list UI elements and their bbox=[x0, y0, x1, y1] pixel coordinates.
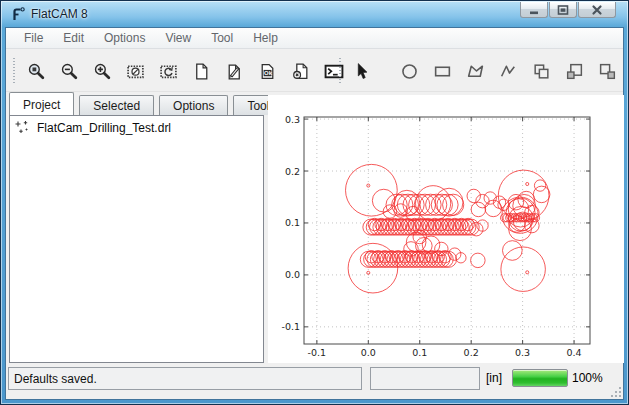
delete-object-button[interactable] bbox=[288, 56, 314, 86]
zoom-in-icon bbox=[93, 62, 112, 81]
draw-rectangle-icon bbox=[433, 62, 452, 81]
save-project-icon: Ok bbox=[258, 62, 277, 81]
svg-text:0.3: 0.3 bbox=[515, 347, 530, 358]
union-button[interactable] bbox=[529, 56, 555, 86]
flatcam-logo-icon bbox=[10, 6, 26, 22]
tree-item-label: FlatCam_Drilling_Test.drl bbox=[37, 121, 171, 135]
tab-bar: ProjectSelectedOptionsTool bbox=[9, 92, 266, 115]
replot-icon bbox=[159, 62, 178, 81]
draw-rectangle-button[interactable] bbox=[430, 56, 456, 86]
union-icon bbox=[532, 62, 551, 81]
status-aux-panel bbox=[370, 367, 480, 390]
tab-project[interactable]: Project bbox=[9, 92, 74, 115]
menu-help[interactable]: Help bbox=[243, 29, 288, 47]
zoom-out-button[interactable] bbox=[57, 56, 83, 86]
minimize-button[interactable] bbox=[520, 2, 548, 18]
save-project-button[interactable]: Ok bbox=[255, 56, 281, 86]
svg-text:0.0: 0.0 bbox=[361, 347, 376, 358]
tree-item-drill-object[interactable]: FlatCam_Drilling_Test.drl bbox=[10, 116, 263, 136]
resize-grip[interactable] bbox=[609, 385, 621, 397]
progress-percent: 100% bbox=[572, 371, 603, 385]
tab-options[interactable]: Options bbox=[159, 95, 228, 115]
intersection-icon bbox=[565, 62, 584, 81]
svg-text:0.1: 0.1 bbox=[285, 217, 300, 228]
app-window: FlatCAM 8 FileEditOptionsViewToolHelp bbox=[0, 0, 629, 405]
draw-path-button[interactable] bbox=[496, 56, 522, 86]
zoom-in-button[interactable] bbox=[90, 56, 116, 86]
maximize-button[interactable] bbox=[549, 2, 577, 18]
progress-bar bbox=[512, 369, 568, 387]
clear-plot-button[interactable] bbox=[123, 56, 149, 86]
geometry-toolbar-drag-handle[interactable] bbox=[338, 58, 342, 84]
pointer-icon bbox=[353, 62, 372, 81]
zoom-fit-icon bbox=[27, 62, 46, 81]
svg-text:0.4: 0.4 bbox=[566, 347, 581, 358]
new-project-icon bbox=[192, 62, 211, 81]
open-project-button[interactable] bbox=[222, 56, 248, 86]
new-project-button[interactable] bbox=[189, 56, 215, 86]
pointer-tool-button[interactable] bbox=[350, 56, 376, 86]
subtract-button[interactable] bbox=[595, 56, 621, 86]
tab-selected[interactable]: Selected bbox=[79, 95, 154, 115]
svg-text:0.1: 0.1 bbox=[412, 347, 427, 358]
draw-circle-icon bbox=[400, 62, 419, 81]
toolbar: Ok bbox=[6, 50, 623, 92]
clear-plot-icon bbox=[126, 62, 145, 81]
draw-path-icon bbox=[499, 62, 518, 81]
zoom-out-icon bbox=[60, 62, 79, 81]
plot-panel[interactable]: -0.10.00.10.20.30.4-0.10.00.10.20.3 bbox=[268, 95, 624, 363]
svg-text:Ok: Ok bbox=[264, 70, 273, 76]
menu-view[interactable]: View bbox=[155, 29, 201, 47]
draw-circle-button[interactable] bbox=[397, 56, 423, 86]
units-indicator: [in] bbox=[486, 371, 502, 385]
menu-tool[interactable]: Tool bbox=[201, 29, 243, 47]
window-title: FlatCAM 8 bbox=[31, 7, 88, 21]
subtract-icon bbox=[598, 62, 617, 81]
drill-plot[interactable]: -0.10.00.10.20.30.4-0.10.00.10.20.3 bbox=[268, 95, 624, 368]
status-message: Defaults saved. bbox=[14, 372, 97, 386]
menu-edit[interactable]: Edit bbox=[53, 29, 94, 47]
svg-text:0.0: 0.0 bbox=[285, 269, 300, 280]
svg-text:-0.1: -0.1 bbox=[308, 347, 327, 358]
project-tree-panel[interactable]: FlatCam_Drilling_Test.drl bbox=[9, 115, 264, 363]
zoom-fit-button[interactable] bbox=[24, 56, 50, 86]
delete-object-icon bbox=[291, 62, 310, 81]
close-icon bbox=[591, 4, 603, 16]
maximize-icon bbox=[557, 4, 569, 16]
svg-text:0.2: 0.2 bbox=[464, 347, 479, 358]
toolbar-drag-handle[interactable] bbox=[12, 58, 16, 84]
menu-bar: FileEditOptionsViewToolHelp bbox=[6, 28, 623, 49]
replot-button[interactable] bbox=[156, 56, 182, 86]
close-button[interactable] bbox=[578, 2, 616, 18]
minimize-icon bbox=[528, 4, 540, 16]
svg-text:-0.1: -0.1 bbox=[281, 321, 300, 332]
draw-polygon-button[interactable] bbox=[463, 56, 489, 86]
client-area: FileEditOptionsViewToolHelp bbox=[5, 27, 624, 400]
menu-options[interactable]: Options bbox=[94, 29, 155, 47]
intersection-button[interactable] bbox=[562, 56, 588, 86]
open-project-icon bbox=[225, 62, 244, 81]
title-bar[interactable]: FlatCAM 8 bbox=[1, 1, 628, 27]
menu-file[interactable]: File bbox=[14, 29, 53, 47]
drill-object-icon bbox=[14, 120, 31, 136]
svg-text:0.3: 0.3 bbox=[285, 114, 300, 125]
status-bar: Defaults saved. [in] 100% bbox=[6, 364, 623, 399]
svg-text:0.2: 0.2 bbox=[285, 166, 300, 177]
draw-polygon-icon bbox=[466, 62, 485, 81]
status-message-panel: Defaults saved. bbox=[8, 367, 362, 390]
